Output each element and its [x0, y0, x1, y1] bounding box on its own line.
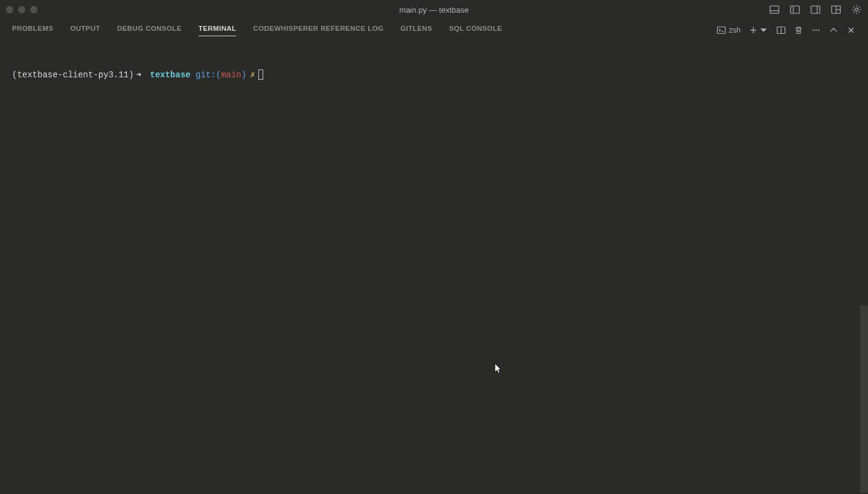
minimize-window-button[interactable]: [18, 6, 25, 13]
prompt-branch: main: [221, 69, 241, 82]
panel-header: PROBLEMS OUTPUT DEBUG CONSOLE TERMINAL C…: [0, 19, 868, 41]
prompt-dir: textbase: [150, 69, 190, 82]
toggle-secondary-sidebar-icon[interactable]: [810, 4, 821, 15]
tab-problems[interactable]: PROBLEMS: [12, 25, 53, 36]
more-actions-button[interactable]: [811, 25, 821, 35]
prompt-paren-open: (: [216, 69, 221, 82]
svg-point-15: [812, 30, 814, 31]
tab-output[interactable]: OUTPUT: [70, 25, 100, 36]
panel-tabs: PROBLEMS OUTPUT DEBUG CONSOLE TERMINAL C…: [12, 25, 502, 36]
zoom-window-button[interactable]: [30, 6, 37, 13]
svg-rect-4: [811, 6, 820, 13]
scrollbar-thumb[interactable]: [860, 306, 868, 493]
svg-point-17: [818, 30, 819, 31]
terminal-body[interactable]: (textbase-client-py3.11) ➜ textbase git:…: [0, 41, 868, 494]
close-panel-button[interactable]: [846, 25, 856, 35]
tab-codewhisperer[interactable]: CODEWHISPERER REFERENCE LOG: [253, 25, 383, 36]
svg-rect-0: [770, 6, 779, 13]
split-terminal-button[interactable]: [776, 25, 786, 35]
new-terminal-button[interactable]: [748, 25, 768, 35]
chevron-down-icon[interactable]: [759, 25, 768, 35]
launch-profile-button[interactable]: zsh: [716, 25, 741, 35]
title-bar-actions: [769, 4, 862, 15]
prompt-paren-close: ): [241, 69, 246, 82]
tab-sql-console[interactable]: SQL CONSOLE: [449, 25, 502, 36]
terminal-cursor: [258, 69, 263, 80]
svg-point-16: [815, 30, 817, 31]
shell-label: zsh: [729, 26, 741, 34]
terminal-prompt-line: (textbase-client-py3.11) ➜ textbase git:…: [12, 69, 856, 82]
prompt-git-label: git:: [196, 69, 216, 82]
svg-rect-2: [791, 6, 800, 13]
close-window-button[interactable]: [6, 6, 13, 13]
toggle-primary-sidebar-icon[interactable]: [790, 4, 800, 15]
panel-actions: zsh: [716, 25, 856, 35]
window-title: main.py — textbase: [400, 5, 469, 14]
prompt-arrow: ➜: [136, 69, 141, 82]
kill-terminal-button[interactable]: [794, 25, 803, 35]
prompt-venv: (textbase-client-py3.11): [12, 69, 134, 82]
svg-point-9: [855, 8, 858, 11]
prompt-dirty-marker: ✗: [250, 69, 255, 82]
traffic-lights: [6, 6, 37, 13]
tab-debug-console[interactable]: DEBUG CONSOLE: [117, 25, 182, 36]
toggle-panel-icon[interactable]: [769, 4, 780, 15]
manage-gear-icon[interactable]: [851, 4, 862, 15]
tab-terminal[interactable]: TERMINAL: [199, 25, 237, 36]
customize-layout-icon[interactable]: [831, 4, 841, 15]
tab-gitlens[interactable]: GITLENS: [400, 25, 432, 36]
title-bar: main.py — textbase: [0, 0, 868, 19]
svg-rect-10: [717, 27, 725, 34]
maximize-panel-button[interactable]: [829, 25, 838, 35]
